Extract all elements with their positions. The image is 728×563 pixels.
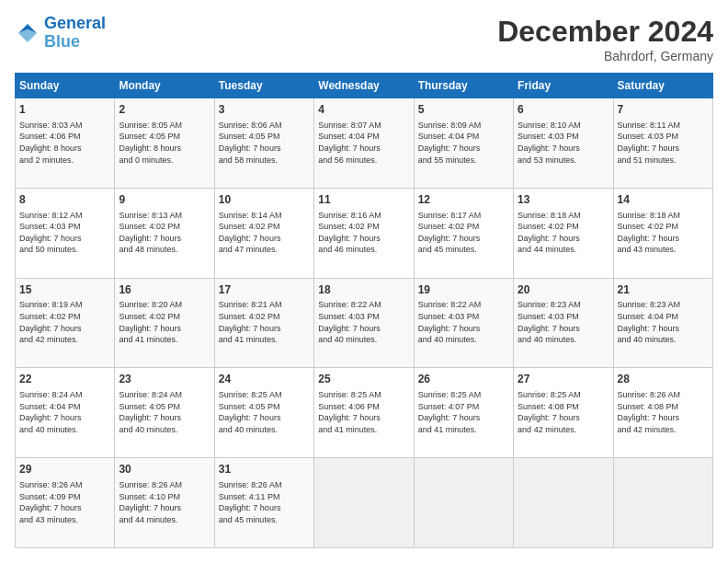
day-info: Sunrise: 8:25 AM	[418, 389, 509, 401]
calendar-cell: 13Sunrise: 8:18 AMSunset: 4:02 PMDayligh…	[514, 188, 613, 278]
day-info: and 45 minutes.	[418, 244, 509, 256]
day-info: Daylight: 7 hours	[518, 412, 609, 424]
day-info: Sunset: 4:03 PM	[518, 311, 609, 323]
day-info: Sunrise: 8:14 AM	[219, 210, 310, 222]
day-info: Sunrise: 8:26 AM	[119, 479, 210, 491]
location: Bahrdorf, Germany	[497, 49, 713, 63]
calendar-cell: 17Sunrise: 8:21 AMSunset: 4:02 PMDayligh…	[214, 278, 313, 368]
day-number: 14	[618, 192, 709, 208]
day-info: Sunrise: 8:06 AM	[219, 120, 310, 132]
day-info: Sunrise: 8:22 AM	[418, 299, 509, 311]
day-info: and 44 minutes.	[518, 244, 609, 256]
day-info: Sunrise: 8:25 AM	[518, 389, 609, 401]
day-info: Sunrise: 8:13 AM	[119, 210, 210, 222]
day-info: Daylight: 7 hours	[219, 323, 310, 335]
day-info: Sunset: 4:06 PM	[19, 131, 110, 143]
day-info: Sunset: 4:05 PM	[219, 401, 310, 413]
day-info: and 40 minutes.	[19, 424, 110, 436]
day-number: 2	[119, 102, 210, 118]
calendar-week-3: 15Sunrise: 8:19 AMSunset: 4:02 PMDayligh…	[16, 278, 713, 368]
day-info: Daylight: 7 hours	[418, 143, 509, 155]
day-number: 30	[119, 462, 210, 477]
day-info: Sunset: 4:08 PM	[618, 401, 709, 413]
day-info: and 41 minutes.	[318, 424, 409, 436]
calendar-cell: 8Sunrise: 8:12 AMSunset: 4:03 PMDaylight…	[16, 188, 115, 278]
calendar-cell: 25Sunrise: 8:25 AMSunset: 4:06 PMDayligh…	[314, 368, 414, 458]
day-info: and 50 minutes.	[19, 244, 110, 256]
day-info: Daylight: 7 hours	[318, 323, 409, 335]
day-header-thursday: Thursday	[414, 74, 513, 98]
day-header-tuesday: Tuesday	[214, 74, 313, 98]
day-number: 26	[418, 372, 509, 387]
calendar-week-1: 1Sunrise: 8:03 AMSunset: 4:06 PMDaylight…	[16, 98, 713, 189]
day-info: Sunset: 4:04 PM	[19, 401, 110, 413]
day-info: Sunrise: 8:25 AM	[318, 389, 409, 401]
day-number: 13	[518, 192, 609, 208]
calendar-cell: 23Sunrise: 8:24 AMSunset: 4:05 PMDayligh…	[115, 368, 214, 458]
calendar-cell: 10Sunrise: 8:14 AMSunset: 4:02 PMDayligh…	[214, 188, 313, 278]
day-info: and 56 minutes.	[318, 155, 409, 167]
day-info: Daylight: 7 hours	[119, 502, 210, 514]
day-info: and 58 minutes.	[219, 155, 310, 167]
calendar-cell: 16Sunrise: 8:20 AMSunset: 4:02 PMDayligh…	[115, 278, 214, 368]
day-info: and 51 minutes.	[618, 155, 709, 167]
day-info: Daylight: 7 hours	[19, 502, 110, 514]
day-info: Daylight: 7 hours	[518, 323, 609, 335]
day-header-sunday: Sunday	[16, 74, 115, 98]
day-info: Sunset: 4:02 PM	[19, 311, 110, 323]
day-info: Sunrise: 8:21 AM	[219, 299, 310, 311]
day-info: and 43 minutes.	[19, 514, 110, 526]
calendar-cell: 12Sunrise: 8:17 AMSunset: 4:02 PMDayligh…	[414, 188, 513, 278]
day-info: Sunrise: 8:23 AM	[618, 299, 709, 311]
day-info: Daylight: 7 hours	[418, 412, 509, 424]
month-title: December 2024	[497, 15, 713, 49]
day-info: Daylight: 7 hours	[618, 143, 709, 155]
day-info: and 42 minutes.	[518, 424, 609, 436]
day-number: 12	[418, 192, 509, 208]
day-info: Sunset: 4:02 PM	[618, 221, 709, 233]
day-info: Sunrise: 8:20 AM	[119, 299, 210, 311]
day-number: 31	[219, 462, 310, 477]
day-info: Sunset: 4:09 PM	[19, 491, 110, 503]
day-info: Daylight: 8 hours	[119, 143, 210, 155]
day-number: 9	[119, 192, 210, 208]
day-number: 23	[119, 372, 210, 387]
calendar-cell: 7Sunrise: 8:11 AMSunset: 4:03 PMDaylight…	[613, 98, 712, 189]
day-number: 4	[318, 102, 409, 118]
day-info: Sunset: 4:04 PM	[618, 311, 709, 323]
calendar-week-5: 29Sunrise: 8:26 AMSunset: 4:09 PMDayligh…	[16, 458, 713, 548]
day-info: Sunset: 4:03 PM	[618, 131, 709, 143]
day-info: Sunrise: 8:25 AM	[219, 389, 310, 401]
day-info: Daylight: 7 hours	[318, 143, 409, 155]
day-info: Daylight: 7 hours	[618, 233, 709, 245]
day-header-wednesday: Wednesday	[314, 74, 414, 98]
day-info: and 41 minutes.	[418, 424, 509, 436]
day-info: Sunset: 4:02 PM	[518, 221, 609, 233]
calendar-cell: 31Sunrise: 8:26 AMSunset: 4:11 PMDayligh…	[214, 458, 313, 548]
calendar-header-row: SundayMondayTuesdayWednesdayThursdayFrid…	[16, 74, 713, 98]
day-info: Daylight: 8 hours	[19, 143, 110, 155]
day-info: Sunrise: 8:07 AM	[318, 120, 409, 132]
day-number: 6	[518, 102, 609, 118]
day-info: Daylight: 7 hours	[618, 412, 709, 424]
calendar-cell: 30Sunrise: 8:26 AMSunset: 4:10 PMDayligh…	[115, 458, 214, 548]
day-info: Sunrise: 8:26 AM	[219, 479, 310, 491]
day-number: 11	[318, 192, 409, 208]
calendar-cell: 5Sunrise: 8:09 AMSunset: 4:04 PMDaylight…	[414, 98, 513, 189]
day-info: Sunrise: 8:12 AM	[19, 210, 110, 222]
day-info: and 40 minutes.	[219, 424, 310, 436]
calendar-cell	[314, 458, 414, 548]
day-info: Daylight: 7 hours	[219, 143, 310, 155]
day-number: 5	[418, 102, 509, 118]
day-info: Sunset: 4:10 PM	[119, 491, 210, 503]
day-number: 25	[318, 372, 409, 387]
day-number: 1	[19, 102, 110, 118]
calendar-cell: 21Sunrise: 8:23 AMSunset: 4:04 PMDayligh…	[613, 278, 712, 368]
calendar-cell	[613, 458, 712, 548]
day-info: Sunset: 4:11 PM	[219, 491, 310, 503]
day-info: and 48 minutes.	[119, 244, 210, 256]
page: General Blue December 2024 Bahrdorf, Ger…	[0, 0, 728, 563]
day-info: Sunset: 4:02 PM	[418, 221, 509, 233]
day-info: Daylight: 7 hours	[518, 233, 609, 245]
day-info: Daylight: 7 hours	[618, 323, 709, 335]
